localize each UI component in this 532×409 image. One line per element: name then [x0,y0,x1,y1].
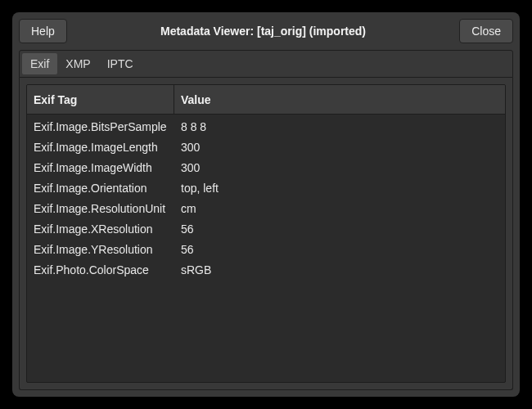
tab-iptc[interactable]: IPTC [99,53,142,74]
window-title: Metadata Viewer: [taj_orig] (imported) [67,25,459,38]
cell-tag: Exif.Image.BitsPerSample [27,120,174,133]
cell-tag: Exif.Image.YResolution [27,243,174,256]
tab-row: Exif XMP IPTC [19,50,513,78]
close-button[interactable]: Close [459,19,513,43]
table-row[interactable]: Exif.Image.ImageWidth300 [27,157,505,178]
table-row[interactable]: Exif.Image.ImageLength300 [27,137,505,157]
tab-exif[interactable]: Exif [22,53,57,74]
cell-tag: Exif.Image.XResolution [27,222,174,236]
cell-value: cm [174,202,505,215]
cell-value: top, left [174,182,505,195]
column-header-value[interactable]: Value [174,93,505,106]
cell-value: 300 [174,161,505,174]
cell-value: 56 [174,243,505,256]
table-body[interactable]: Exif.Image.BitsPerSample8 8 8Exif.Image.… [27,115,505,382]
content-area: Exif XMP IPTC Exif Tag Value Exif.Image.… [12,50,520,397]
cell-value: sRGB [174,263,505,276]
titlebar: Help Metadata Viewer: [taj_orig] (import… [12,12,520,50]
help-button[interactable]: Help [19,19,67,43]
table-row[interactable]: Exif.Photo.ColorSpacesRGB [27,259,505,280]
table-row[interactable]: Exif.Image.BitsPerSample8 8 8 [27,116,505,137]
table-row[interactable]: Exif.Image.Orientationtop, left [27,178,505,198]
column-header-tag[interactable]: Exif Tag [27,85,174,114]
metadata-viewer-window: Help Metadata Viewer: [taj_orig] (import… [12,12,520,397]
cell-tag: Exif.Photo.ColorSpace [27,263,174,276]
cell-tag: Exif.Image.Orientation [27,182,174,195]
table-header: Exif Tag Value [27,85,505,115]
cell-tag: Exif.Image.ImageLength [27,141,174,154]
metadata-table: Exif Tag Value Exif.Image.BitsPerSample8… [26,84,506,383]
tab-panel: Exif Tag Value Exif.Image.BitsPerSample8… [19,78,513,390]
cell-value: 300 [174,141,505,154]
cell-tag: Exif.Image.ImageWidth [27,161,174,174]
table-row[interactable]: Exif.Image.YResolution56 [27,239,505,259]
table-row[interactable]: Exif.Image.ResolutionUnitcm [27,198,505,218]
tab-xmp[interactable]: XMP [57,53,98,74]
cell-tag: Exif.Image.ResolutionUnit [27,202,174,215]
table-row[interactable]: Exif.Image.XResolution56 [27,218,505,239]
cell-value: 8 8 8 [174,120,505,133]
cell-value: 56 [174,222,505,236]
